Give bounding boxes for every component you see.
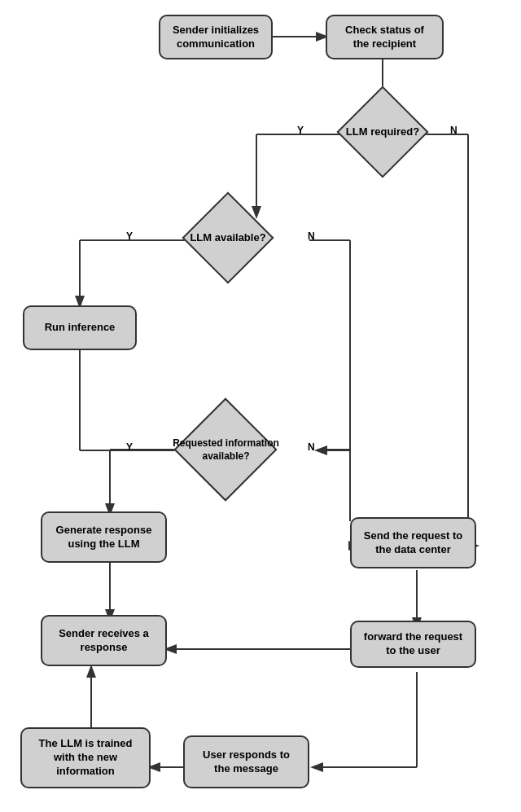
user-responds-label: User responds tothe message	[203, 748, 290, 776]
y-llm-available-label: Y	[126, 230, 133, 242]
sender-receives-box: Sender receives aresponse	[41, 615, 167, 666]
requested-info-diamond: Requested informationavailable?	[155, 411, 297, 489]
n-llm-required-label: N	[450, 125, 458, 136]
requested-info-label: Requested informationavailable?	[173, 437, 279, 463]
llm-trained-box: The LLM is trainedwith the newinformatio…	[20, 727, 151, 788]
check-status-label: Check status ofthe recipient	[345, 24, 424, 51]
user-responds-box: User responds tothe message	[183, 735, 309, 788]
generate-response-box: Generate responseusing the LLM	[41, 511, 167, 563]
llm-required-label: LLM required?	[346, 125, 419, 139]
llm-trained-label: The LLM is trainedwith the newinformatio…	[39, 737, 133, 779]
y-llm-required-label: Y	[297, 125, 304, 136]
llm-available-label: LLM available?	[190, 231, 265, 245]
sender-receives-label: Sender receives aresponse	[59, 627, 149, 655]
run-inference-box: Run inference	[23, 305, 137, 350]
sender-init-box: Sender initializes communication	[159, 15, 273, 59]
flowchart: Sender initializes communication Check s…	[0, 0, 521, 812]
y-requested-info-label: Y	[126, 441, 133, 453]
generate-response-label: Generate responseusing the LLM	[56, 524, 152, 551]
run-inference-label: Run inference	[45, 321, 116, 335]
send-datacenter-box: Send the request tothe data center	[350, 517, 476, 568]
send-datacenter-label: Send the request tothe data center	[364, 529, 462, 557]
n-requested-info-label: N	[308, 441, 315, 453]
forward-request-box: forward the requestto the user	[350, 621, 476, 668]
check-status-box: Check status ofthe recipient	[326, 15, 444, 59]
forward-request-label: forward the requestto the user	[364, 630, 462, 658]
sender-init-label: Sender initializes communication	[160, 24, 271, 51]
n-llm-available-label: N	[308, 230, 315, 242]
llm-required-diamond: LLM required?	[317, 98, 448, 167]
llm-available-diamond: LLM available?	[163, 204, 293, 273]
